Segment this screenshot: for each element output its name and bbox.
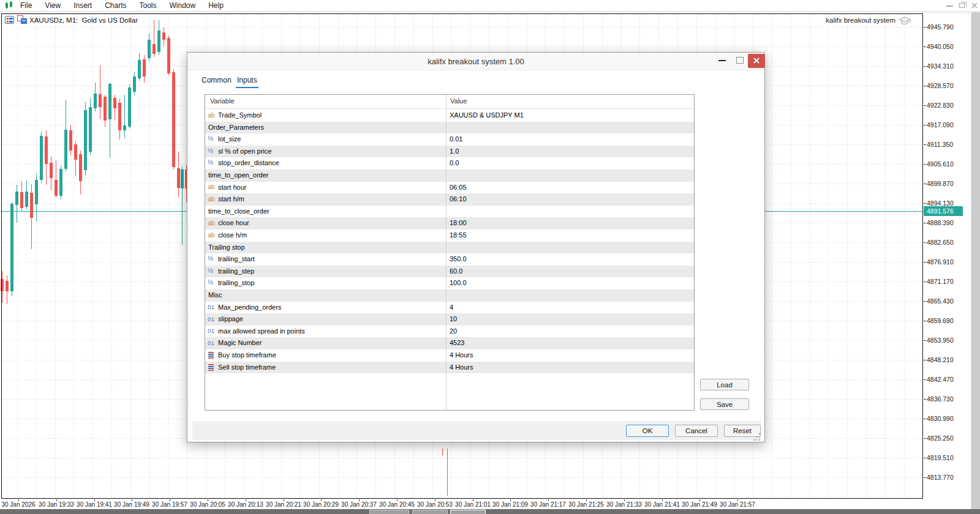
parameter-value[interactable]: 06:10 — [450, 195, 467, 203]
parameter-value[interactable]: 1.0 — [450, 147, 459, 155]
group-row[interactable]: Misc — [205, 289, 694, 302]
menu-file[interactable]: File — [14, 1, 38, 10]
dialog-maximize-icon[interactable] — [736, 57, 744, 64]
parameter-row[interactable]: 01max allowed spread in points20 — [205, 326, 694, 338]
parameter-row[interactable]: abclose h/m18:55 — [205, 229, 694, 242]
save-button[interactable]: Save — [700, 398, 749, 410]
price-axis-label: 4813.770 — [927, 473, 954, 482]
parameter-value[interactable]: 20 — [450, 327, 457, 335]
parameter-row[interactable]: 01Max_pending_orders4 — [205, 302, 694, 314]
parameter-row[interactable]: Buy stop timeframe4 Hours — [205, 349, 694, 362]
parameter-row[interactable]: ½sl % of open price1.0 — [205, 146, 694, 158]
parameter-value[interactable]: XAUUSD & USDJPY M1 — [450, 111, 524, 119]
parameter-name: Max_pending_orders — [218, 304, 281, 311]
inputs-table: Variable Value abTrade_SymbolXAUUSD & US… — [205, 94, 695, 411]
time-axis-label: 30 Jan 21:33 — [606, 501, 642, 508]
parameter-row[interactable]: 01Magic Number4523 — [205, 337, 694, 349]
parameter-row[interactable]: abclose hour18:00 — [205, 217, 694, 229]
menu-charts[interactable]: Charts — [99, 1, 132, 10]
price-tick — [924, 105, 926, 106]
time-axis-label: 30 Jan 21:17 — [530, 501, 566, 508]
menu-help[interactable]: Help — [202, 1, 230, 10]
parameter-row[interactable]: ½stop_order_distance0.0 — [205, 157, 694, 169]
parameter-row[interactable]: 01slippage10 — [205, 313, 694, 326]
parameter-value[interactable]: 350.0 — [450, 255, 467, 263]
parameter-row[interactable]: ½lot_size0.01 — [205, 133, 694, 146]
load-button[interactable]: Load — [700, 379, 749, 390]
integer-type-icon: 01 — [208, 304, 217, 312]
time-axis-label: 30 Jan 20:21 — [266, 501, 301, 508]
dialog-minimize-icon[interactable] — [718, 60, 726, 61]
parameter-name: Trailing stop — [208, 244, 245, 251]
menu-insert[interactable]: Insert — [67, 1, 98, 10]
expert-advisor-icon[interactable] — [898, 16, 913, 26]
cancel-button[interactable]: Cancel — [675, 425, 718, 437]
price-axis-label: 4888.390 — [927, 218, 954, 227]
price-tick — [924, 379, 926, 380]
group-row[interactable]: Order_Parameters — [205, 122, 694, 134]
taskbar-button[interactable] — [369, 510, 409, 514]
window-restore-icon[interactable] — [959, 3, 965, 8]
price-tick — [924, 242, 926, 243]
resize-grip[interactable] — [753, 433, 761, 441]
parameter-value[interactable]: 60.0 — [450, 267, 462, 275]
parameter-value[interactable]: 0.01 — [450, 135, 462, 143]
parameter-name: slippage — [218, 315, 243, 322]
parameter-row[interactable]: ½trailing_step60.0 — [205, 266, 694, 278]
window-close-icon[interactable] — [971, 2, 978, 9]
parameter-row[interactable]: abstart hour06:05 — [205, 182, 694, 194]
double-type-icon: ½ — [208, 278, 217, 287]
price-axis-label: 4922.830 — [927, 101, 954, 110]
parameter-name: lot_size — [218, 135, 241, 143]
tab-common[interactable]: Common — [202, 76, 232, 84]
parameter-value[interactable]: 18:55 — [450, 231, 467, 239]
time-axis-label: 30 Jan 19:41 — [77, 501, 112, 508]
parameter-value[interactable]: 18:00 — [450, 219, 467, 226]
group-row[interactable]: time_to_open_order — [205, 169, 694, 182]
ea-properties-dialog: kalifx breakout system 1.00 Common Input… — [187, 52, 765, 442]
price-tick — [924, 203, 926, 204]
price-axis-label: 4853.950 — [927, 336, 954, 345]
parameter-name: stop_order_distance — [218, 159, 279, 166]
parameter-row[interactable]: abstart h/m06:10 — [205, 193, 694, 206]
tab-inputs[interactable]: Inputs — [237, 76, 257, 84]
price-tick — [924, 223, 926, 223]
taskbar-button[interactable] — [450, 510, 486, 514]
parameter-value[interactable]: 100.0 — [450, 279, 467, 286]
price-tick — [924, 262, 926, 263]
parameter-row[interactable]: ½trailing_stop100.0 — [205, 277, 694, 289]
parameter-row[interactable]: abTrade_SymbolXAUUSD & USDJPY M1 — [205, 110, 694, 122]
parameter-value[interactable]: 10 — [450, 315, 457, 322]
parameter-row[interactable]: ½trailing_start350.0 — [205, 253, 694, 266]
double-type-icon: ½ — [208, 135, 217, 143]
menu-view[interactable]: View — [39, 1, 67, 10]
time-axis-label: 30 Jan 20:45 — [379, 501, 415, 508]
window-minimize-icon[interactable] — [946, 6, 953, 7]
window-right-edge — [971, 12, 980, 509]
taskbar-button[interactable] — [412, 510, 448, 514]
menu-tools[interactable]: Tools — [134, 1, 163, 10]
parameter-value[interactable]: 4 Hours — [450, 363, 473, 371]
parameter-value[interactable]: 06:05 — [450, 184, 467, 191]
parameter-value[interactable]: 0.0 — [450, 159, 459, 166]
column-divider — [446, 95, 447, 410]
ok-button[interactable]: OK — [626, 425, 669, 437]
parameter-name: max allowed spread in points — [218, 327, 305, 335]
time-axis-label: 30 Jan 21:49 — [682, 501, 717, 508]
menu-window[interactable]: Window — [164, 1, 202, 10]
parameter-name: start hour — [218, 184, 246, 191]
parameter-value[interactable]: 4 — [450, 304, 453, 311]
header-variable: Variable — [210, 97, 235, 105]
parameter-value[interactable]: 4 Hours — [450, 351, 473, 359]
market-watch-icon[interactable] — [5, 16, 14, 24]
chart-window-icon[interactable] — [17, 15, 27, 24]
parameter-value[interactable]: 4523 — [450, 339, 464, 346]
price-axis-label: 4859.690 — [927, 316, 954, 325]
price-axis-label: 4917.090 — [927, 121, 954, 129]
price-tick — [924, 144, 926, 145]
string-type-icon: ab — [208, 183, 217, 192]
group-row[interactable]: Trailing stop — [205, 242, 694, 254]
parameter-row[interactable]: Sell stop timeframe4 Hours — [205, 362, 694, 374]
group-row[interactable]: time_to_close_order — [205, 206, 694, 218]
dialog-close-button[interactable] — [748, 54, 765, 68]
